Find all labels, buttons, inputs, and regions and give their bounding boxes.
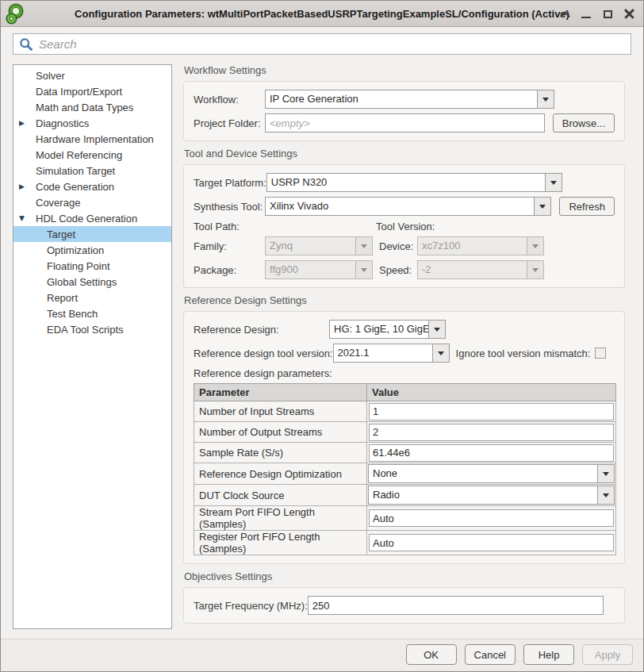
search-input[interactable] — [39, 37, 627, 51]
target-frequency-input[interactable] — [308, 596, 604, 615]
workflow-value[interactable]: IP Core Generation — [266, 90, 537, 108]
search-box — [13, 33, 631, 55]
sidebar-item-label: Math and Data Types — [36, 102, 133, 113]
cancel-button[interactable]: Cancel — [465, 644, 516, 665]
objectives-settings-title: Objectives Settings — [184, 570, 631, 582]
apply-button: Apply — [582, 644, 633, 665]
simulink-gear-icon — [7, 5, 26, 23]
chevron-down-icon[interactable] — [597, 486, 614, 504]
ok-button[interactable]: OK — [406, 644, 457, 665]
sidebar-item-hardware-implementation[interactable]: Hardware Implementation — [13, 131, 171, 147]
window-title: Configuration Parameters: wtMultiPortPac… — [75, 8, 569, 20]
parameter-value[interactable]: None — [369, 465, 597, 482]
ignore-tool-version-mismatch-label: Ignore tool version mismatch: — [456, 348, 591, 359]
sidebar-item-floating-point[interactable]: Floating Point — [13, 258, 171, 274]
table-row: Reference Design Optimization None — [194, 463, 616, 485]
ignore-tool-version-mismatch-checkbox[interactable] — [595, 348, 606, 359]
reference-design-tool-version-value[interactable]: 2021.1 — [334, 344, 432, 362]
reference-design-combobox[interactable]: HG: 1 GigE, 10 GigE — [329, 320, 446, 339]
target-platform-value[interactable]: USRP N320 — [267, 174, 545, 191]
sidebar-item-solver[interactable]: Solver — [13, 67, 171, 83]
sidebar-item-label: Model Referencing — [36, 149, 122, 161]
parameter-value-input[interactable] — [369, 509, 614, 527]
sidebar-item-hdl-code-generation[interactable]: ▼ HDL Code Generation — [13, 210, 171, 226]
parameter-value-input[interactable] — [369, 534, 614, 551]
title-bar[interactable]: Configuration Parameters: wtMultiPortPac… — [1, 1, 643, 27]
parameter-value-input[interactable] — [369, 444, 614, 462]
synthesis-tool-value[interactable]: Xilinx Vivado — [266, 198, 534, 215]
sidebar-item-coverage[interactable]: Coverage — [13, 194, 171, 210]
table-row: Register Port FIFO Length (Samples) — [194, 531, 616, 555]
reference-design-settings-title: Reference Design Settings — [184, 294, 631, 306]
minimize-window-button[interactable] — [578, 6, 594, 23]
chevron-down-icon — [355, 237, 372, 255]
parameter-value-cell — [367, 422, 616, 443]
shade-window-button[interactable] — [557, 6, 573, 23]
close-window-button[interactable] — [621, 6, 637, 23]
speed-combobox: -2 — [417, 260, 544, 279]
sidebar-item-eda-tool-scripts[interactable]: EDA Tool Scripts — [13, 321, 171, 337]
sidebar-item-optimization[interactable]: Optimization — [13, 242, 171, 258]
parameter-value-cell — [367, 531, 616, 555]
dialog-content: Solver Data Import/Export Math and Data … — [1, 60, 643, 639]
sidebar-item-label: Data Import/Export — [36, 86, 122, 98]
parameter-value-dropdown[interactable]: None — [368, 464, 615, 483]
table-row: Number of Input Streams — [194, 401, 616, 422]
sidebar-item-simulation-target[interactable]: Simulation Target — [13, 163, 171, 179]
sidebar-item-label: Simulation Target — [36, 165, 115, 177]
search-icon — [19, 37, 33, 52]
sidebar-item-test-bench[interactable]: Test Bench — [13, 305, 171, 321]
window-controls — [557, 1, 637, 27]
target-platform-combobox[interactable]: USRP N320 — [266, 173, 562, 192]
sidebar-item-data-import-export[interactable]: Data Import/Export — [13, 83, 171, 99]
parameter-value[interactable]: Radio — [369, 486, 597, 504]
sidebar-item-diagnostics[interactable]: ▶ Diagnostics — [13, 115, 171, 131]
tool-device-settings-group: Target Platform: USRP N320 Synthesis Too… — [183, 164, 625, 288]
parameter-value-input[interactable] — [369, 403, 614, 420]
reference-design-tool-version-combobox[interactable]: 2021.1 — [333, 344, 450, 363]
parameter-value-dropdown[interactable]: Radio — [368, 486, 615, 505]
package-value: ffg900 — [266, 261, 355, 278]
sidebar-item-model-referencing[interactable]: Model Referencing — [13, 147, 171, 163]
sidebar-item-label: EDA Tool Scripts — [47, 324, 124, 336]
workflow-combobox[interactable]: IP Core Generation — [265, 90, 554, 109]
table-row: Stream Port FIFO Length (Samples) — [194, 506, 616, 531]
chevron-down-icon[interactable] — [537, 90, 554, 108]
chevron-down-icon[interactable] — [534, 198, 550, 215]
chevron-down-icon — [527, 261, 543, 278]
tree-collapsed-arrow-icon[interactable]: ▶ — [19, 119, 29, 127]
maximize-window-button[interactable] — [600, 6, 615, 23]
refresh-button[interactable]: Refresh — [559, 197, 615, 216]
sidebar-item-report[interactable]: Report — [13, 290, 171, 305]
project-folder-input[interactable] — [265, 113, 545, 132]
parameter-name-cell: Stream Port FIFO Length (Samples) — [194, 506, 367, 531]
sidebar-item-label: Optimization — [47, 244, 104, 256]
sidebar-item-math-and-data-types[interactable]: Math and Data Types — [13, 99, 171, 115]
tree-expanded-arrow-icon[interactable]: ▼ — [19, 214, 29, 222]
tree-collapsed-arrow-icon[interactable]: ▶ — [19, 182, 29, 190]
chevron-down-icon[interactable] — [432, 344, 449, 362]
sidebar-item-target[interactable]: Target — [13, 226, 171, 242]
sidebar-item-code-generation[interactable]: ▶ Code Generation — [13, 179, 171, 194]
project-folder-label: Project Folder: — [194, 117, 265, 129]
maximize-icon — [604, 10, 612, 18]
family-value: Zynq — [266, 237, 355, 255]
chevron-down-icon[interactable] — [428, 321, 445, 338]
parameter-value-input[interactable] — [369, 424, 614, 441]
chevron-down-icon[interactable] — [545, 174, 562, 191]
synthesis-tool-combobox[interactable]: Xilinx Vivado — [265, 197, 551, 216]
package-label: Package: — [194, 264, 265, 276]
device-value: xc7z100 — [418, 237, 527, 255]
sidebar-item-label: Floating Point — [47, 260, 110, 272]
chevron-down-icon[interactable] — [597, 465, 614, 482]
sidebar-item-global-settings[interactable]: Global Settings — [13, 274, 171, 290]
footer-button-bar: OK Cancel Help Apply — [1, 639, 643, 671]
reference-design-value[interactable]: HG: 1 GigE, 10 GigE — [330, 321, 428, 338]
help-button[interactable]: Help — [523, 644, 574, 665]
table-row: DUT Clock Source Radio — [194, 485, 616, 506]
speed-value: -2 — [418, 261, 527, 278]
tool-version-label: Tool Version: — [376, 221, 435, 232]
chevron-down-icon — [527, 237, 543, 255]
browse-button[interactable]: Browse... — [553, 113, 615, 132]
device-label: Device: — [379, 240, 417, 252]
